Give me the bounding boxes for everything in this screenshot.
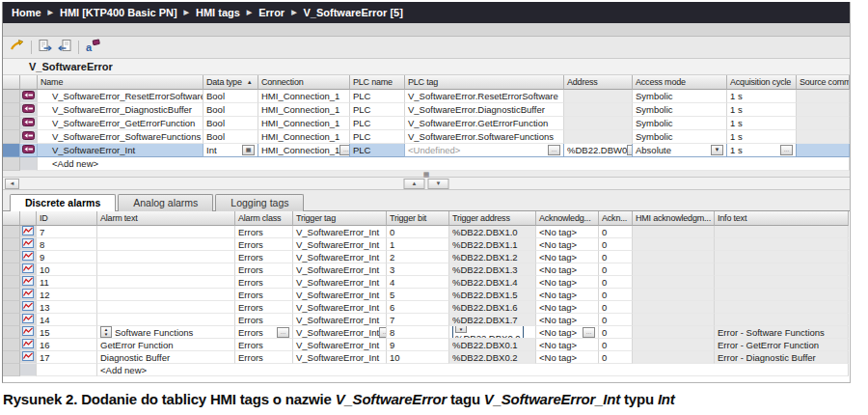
cell-ack_bit[interactable]: 0 [599,238,633,251]
cell-id[interactable]: 14 [37,314,97,326]
cell-hmi_ack[interactable] [633,226,715,238]
cell-id[interactable]: 15 [37,326,97,339]
cell-ack_tag[interactable]: <No tag> [536,251,599,263]
cell-ack_tag[interactable]: <No tag> [536,301,599,314]
row-selector[interactable] [3,326,20,339]
column-header-source_comment[interactable]: Source comment [797,75,850,90]
cell-trigger_address[interactable]: %DB22.DBX1.7 [449,314,536,326]
cell-data_type[interactable]: Int▦ [203,144,258,157]
add-tag-button[interactable] [8,39,27,56]
cell-alarm_text[interactable]: GetError Function [97,339,235,351]
trigger-address-spinner-down[interactable]: ▼ [459,327,463,332]
horizontal-scrollbar[interactable]: ◄ ▲ ▼ [3,178,850,190]
column-header-trigger_address[interactable]: Trigger address [449,211,536,226]
splitter-collapse-up-button[interactable]: ▲ [404,179,425,189]
breadcrumb-item[interactable]: V_SoftwareError [5] [304,7,403,18]
row-selector[interactable] [3,301,20,314]
alarm-id-spinner-down[interactable]: ▼ [104,332,108,337]
row-selector[interactable] [3,251,20,263]
column-header-data_type[interactable]: Data type▲ [203,75,258,90]
cell-trigger_address[interactable]: %DB22.DBX1.6 [449,301,536,314]
cell-trigger_address[interactable]: %DB22.DBX1.0 [449,226,536,238]
cell-ack_bit[interactable]: 0 [599,251,633,263]
cell-trigger_tag[interactable]: V_SoftwareError_Int [293,251,387,263]
breadcrumb-item[interactable]: Home [12,7,41,18]
row-selector[interactable] [3,276,20,289]
cell-trigger_address[interactable]: %DB22.DBX0.1 [449,339,536,351]
row-selector[interactable] [3,364,20,376]
cell-plc_name[interactable]: PLC [350,130,405,144]
cell-alarm_class[interactable]: Errors [235,251,293,263]
access-mode-dropdown-button[interactable]: ▼ [711,145,723,155]
column-header-trigger_bit[interactable]: Trigger bit [387,211,449,226]
cell-plc_tag[interactable]: V_SoftwareError.GetErrorFunction [405,117,564,130]
cell-hmi_ack[interactable] [633,339,715,351]
cell-plc_tag[interactable]: V_SoftwareError.DiagnosticBuffer [405,103,564,117]
ack-tag-browse-button[interactable]: … [583,327,595,338]
cell-alarm_class[interactable]: Errors… [235,326,293,339]
cell-alarm_class[interactable]: Errors [235,301,293,314]
cell-alarm_text[interactable] [97,289,235,301]
cell-alarm_class[interactable]: Errors [235,314,293,326]
cell-trigger_bit[interactable]: 7 [387,314,449,326]
cell-connection[interactable]: HMI_Connection_1 [258,130,350,144]
cell-trigger_address[interactable]: %DB22.DBX1.1 [449,238,536,251]
tab-discrete-alarms[interactable]: Discrete alarms [10,194,116,211]
column-header-acquisition_cycle[interactable]: Acquisition cycle [727,75,797,90]
cell-trigger_bit[interactable]: 9 [387,339,449,351]
column-header-hmi_ack[interactable]: HMI acknowledgm... [633,211,715,226]
cell-trigger_tag[interactable]: V_SoftwareError_Int [293,339,387,351]
cell-ack_bit[interactable]: 0 [599,226,633,238]
cell-trigger_tag[interactable]: V_SoftwareError_Int [293,276,387,289]
cell-access_mode[interactable]: Symbolic [633,103,727,117]
cell-trigger_tag[interactable]: V_SoftwareError_Int [293,226,387,238]
cell-connection[interactable]: HMI_Connection_1… [258,144,350,157]
cell-info_text[interactable]: Error - Diagnostic Buffer [715,351,849,364]
cell-ack_bit[interactable]: 0 [599,301,633,314]
cell-name[interactable]: V_SoftwareError_DiagnosticBuffer [38,103,203,117]
cell-access_mode[interactable]: Absolute▼ [633,144,727,157]
cell-acquisition_cycle[interactable]: 1 s [727,117,797,130]
cell-ack_tag[interactable]: <No tag> [536,276,599,289]
cell-hmi_ack[interactable] [633,276,715,289]
cell-data_type[interactable]: Bool [203,103,258,117]
cell-id[interactable]: 10 [37,263,97,276]
cell-info_text[interactable] [715,263,849,276]
row-selector[interactable] [3,103,20,117]
splitter-grip-icon[interactable]: ▦ [423,171,430,178]
data-type-picker-button[interactable]: ▦ [242,145,255,155]
cell-id[interactable]: 16 [37,339,97,351]
scroll-left-button[interactable]: ◄ [5,179,19,189]
cell-connection[interactable]: HMI_Connection_1 [258,117,350,130]
cell-ack_bit[interactable]: 0 [599,351,633,364]
cell-info_text[interactable] [715,314,849,326]
cell-hmi_ack[interactable] [633,289,715,301]
cell-ack_bit[interactable]: 0 [599,326,633,339]
cell-ack_bit[interactable]: 0 [599,314,633,326]
cell-address[interactable] [564,130,633,144]
cell-info_text[interactable] [715,301,849,314]
cell-alarm_text[interactable] [97,314,235,326]
cell-trigger_tag[interactable]: V_SoftwareError_Int [293,289,387,301]
cell-alarm_class[interactable]: Errors [235,351,293,364]
cell-trigger_address[interactable]: %DB22.DBX1.2 [449,251,536,263]
cell-alarm_text[interactable] [97,301,235,314]
cell-connection[interactable]: HMI_Connection_1 [258,90,350,103]
cell-address[interactable] [564,103,633,117]
cell-info_text[interactable] [715,238,849,251]
cell-alarm_class[interactable]: Errors [235,276,293,289]
cell-trigger_bit[interactable]: 0 [387,226,449,238]
splitter[interactable]: ▦ [3,171,850,178]
breadcrumb-item[interactable]: HMI tags [196,7,240,18]
row-selector[interactable] [3,226,20,238]
column-header-alarm_class[interactable]: Alarm class [235,211,293,226]
cell-trigger_address[interactable]: %DB22.DBX1.3 [449,263,536,276]
cell-info_text[interactable] [715,251,849,263]
cell-trigger_bit[interactable]: 5 [387,289,449,301]
cell-trigger_tag[interactable]: V_SoftwareError_Int [293,238,387,251]
cell-data_type[interactable]: Bool [203,130,258,144]
cell-ack_tag[interactable]: <No tag> [536,226,599,238]
cell-ack_tag[interactable]: <No tag> [536,314,599,326]
cell-hmi_ack[interactable] [633,314,715,326]
cell-alarm_class[interactable]: Errors [235,238,293,251]
